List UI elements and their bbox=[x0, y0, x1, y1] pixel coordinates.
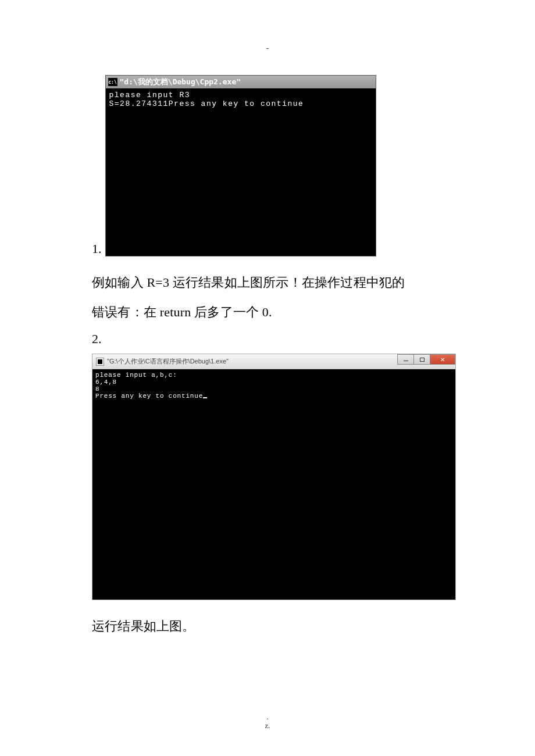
paragraph-1-line-1: 例如输入 R=3 运行结果如上图所示！在操作过程中犯的 bbox=[92, 268, 443, 298]
paragraph-1-line-2: 错误有：在 return 后多了一个 0. bbox=[92, 298, 443, 327]
console-2-titlebar: "G:\个人作业\C语言程序操作\Debug\1.exe" ✕ bbox=[92, 354, 455, 369]
console-2-line-3: 8 bbox=[95, 386, 99, 393]
console-1-titlebar: c:\ "d:\我的文档\Debug\Cpp2.exe" bbox=[106, 76, 376, 88]
console-1-title: "d:\我的文档\Debug\Cpp2.exe" bbox=[120, 77, 241, 87]
console-window-1: c:\ "d:\我的文档\Debug\Cpp2.exe" please inpu… bbox=[105, 75, 376, 256]
item-1-row: 1. c:\ "d:\我的文档\Debug\Cpp2.exe" please i… bbox=[92, 75, 443, 256]
console-2-line-1: please input a,b,c: bbox=[95, 372, 177, 379]
console-2-title: "G:\个人作业\C语言程序操作\Debug\1.exe" bbox=[107, 357, 229, 366]
minimize-button[interactable] bbox=[397, 354, 413, 365]
page-footer: . z. bbox=[0, 712, 535, 730]
cursor-icon bbox=[203, 397, 207, 398]
console-2-body: please input a,b,c: 6,4,8 8 Press any ke… bbox=[92, 369, 455, 600]
console-2-line-2: 6,4,8 bbox=[95, 379, 117, 386]
console-1-line-2: S=28.274311Press any key to continue bbox=[109, 99, 304, 108]
paragraph-2: 运行结果如上图。 bbox=[92, 612, 443, 641]
console-1-line-1: please input R3 bbox=[109, 91, 191, 99]
close-button[interactable]: ✕ bbox=[430, 354, 455, 365]
cmd-icon: c:\ bbox=[108, 78, 117, 86]
item-1-number: 1. bbox=[92, 243, 102, 256]
top-mark: - bbox=[92, 44, 443, 53]
footer-z: z. bbox=[0, 721, 535, 730]
item-2-number: 2. bbox=[92, 331, 443, 347]
console-1-body: please input R3 S=28.274311Press any key… bbox=[106, 88, 376, 256]
console-2-line-4: Press any key to continue bbox=[95, 393, 203, 400]
window-buttons: ✕ bbox=[397, 354, 455, 365]
footer-dot: . bbox=[0, 712, 535, 722]
exe-icon bbox=[96, 358, 104, 366]
console-window-2: "G:\个人作业\C语言程序操作\Debug\1.exe" ✕ please i… bbox=[92, 354, 456, 600]
maximize-button[interactable] bbox=[413, 354, 430, 365]
paragraph-1: 例如输入 R=3 运行结果如上图所示！在操作过程中犯的 错误有：在 return… bbox=[92, 268, 443, 327]
